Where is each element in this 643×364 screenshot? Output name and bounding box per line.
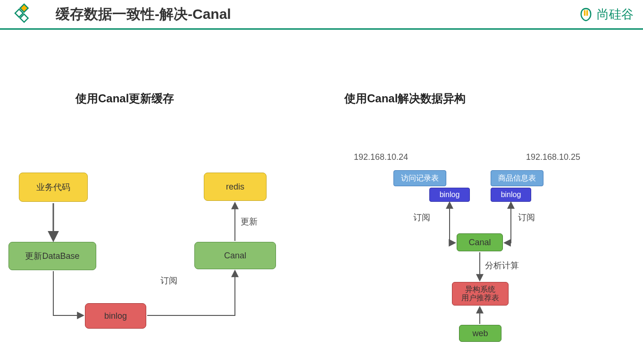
edge-label-subscribe-left: 订阅 [160,275,177,286]
svg-rect-4 [586,10,588,16]
brand-logo-icon [578,6,594,22]
header-left: 缓存数据一致性-解决-Canal [9,3,231,25]
edge-label-sub-a: 订阅 [413,212,430,223]
right-subhead: 使用Canal解决数据异构 [344,91,466,106]
node-update-db: 更新DataBase [8,242,96,270]
node-biz-code: 业务代码 [19,173,88,202]
logo-diamond-icon [9,3,32,25]
node-redis: redis [204,173,267,201]
ip-left: 192.168.10.24 [354,152,408,162]
edge-label-calc: 分析计算 [485,260,519,271]
node-binlog-b: binlog [491,188,531,202]
brand-text: 尚硅谷 [597,6,634,23]
edge-label-update-left: 更新 [241,216,258,227]
node-canal-right: Canal [457,233,503,251]
edge-label-sub-b: 订阅 [518,212,535,223]
node-binlog-a: binlog [429,188,470,202]
svg-rect-3 [584,10,585,16]
node-web: web [459,325,501,342]
slide-body: 使用Canal更新缓存 业务代码 更新DataBase binlog Canal… [0,30,643,364]
slide-title: 缓存数据一致性-解决-Canal [56,5,231,24]
node-access-table: 访问记录表 [393,170,446,186]
node-hetero-l1: 异构系统 [465,285,495,294]
node-binlog-left: binlog [85,303,146,329]
left-subhead: 使用Canal更新缓存 [75,91,174,106]
ip-right: 192.168.10.25 [526,152,580,162]
node-canal-left: Canal [194,242,276,269]
node-hetero: 异构系统 用户推荐表 [452,282,509,306]
node-product-table: 商品信息表 [491,170,543,186]
slide-header: 缓存数据一致性-解决-Canal 尚硅谷 [0,0,643,30]
brand: 尚硅谷 [578,6,634,23]
node-hetero-l2: 用户推荐表 [461,294,499,302]
